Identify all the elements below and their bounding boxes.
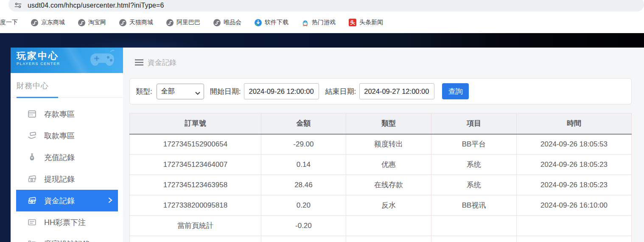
end-date-input[interactable] — [359, 83, 434, 99]
cell-time: 2024-09-26 18:05:23 — [517, 175, 632, 195]
deposit-icon — [28, 110, 36, 118]
sidebar-item-hh-lottery-bets[interactable]: HH彩票下注 — [16, 211, 118, 233]
page-title-row: 資金記錄 — [129, 56, 632, 69]
site-settings-icon[interactable] — [14, 1, 22, 9]
start-date-label: 開始日期: — [210, 87, 241, 96]
main-content: 資金記錄 類型: 全部 開始日期: 結束日期: 查詢 — [123, 48, 644, 242]
sidebar-menu: 存款專區 取款專區 — [11, 98, 123, 242]
bet-record-icon — [28, 239, 36, 242]
bookmark-hot-games[interactable]: 热门游戏 — [302, 19, 336, 26]
table-row: 1727338200095818 0.20 反水 BB视讯 2024-09-26… — [130, 195, 632, 216]
page-title: 資金記錄 — [148, 58, 176, 68]
bookmark-label: 度一下 — [0, 19, 18, 26]
cell-summary-label: 當前頁統計 — [130, 216, 261, 236]
type-select[interactable]: 全部 — [157, 84, 204, 99]
bookmark-label: 天猫商城 — [129, 19, 153, 26]
bookmark-label: 头条新闻 — [359, 19, 383, 26]
type-select-value: 全部 — [161, 87, 175, 96]
bookmark-baidu[interactable]: 度一下 — [0, 19, 18, 26]
filter-panel: 類型: 全部 開始日期: 結束日期: 查詢 — [129, 78, 632, 104]
download-icon — [255, 19, 262, 26]
cell-empty — [346, 236, 431, 242]
sidebar-item-cashout-records[interactable]: 提現記錄 — [16, 168, 118, 190]
sidebar-item-withdraw[interactable]: 取款專區 — [16, 125, 118, 146]
bookmark-software-download[interactable]: 软件下载 — [255, 19, 288, 26]
bookmark-label: 阿里巴巴 — [176, 19, 200, 26]
cell-empty — [346, 216, 431, 236]
sidebar-item-fund-records[interactable]: 資金記錄 — [16, 190, 118, 211]
bookmark-label: 淘宝网 — [88, 19, 106, 26]
table-row: 1727345123463958 28.46 在线存款 系统 2024-09-2… — [130, 175, 632, 195]
column-header-amount: 金額 — [261, 113, 346, 134]
bookmarks-bar: 度一下 京东商城 淘宝网 天猫商城 阿里巴巴 — [0, 12, 644, 33]
bookmark-label: 热门游戏 — [312, 19, 336, 26]
funds-record-icon — [28, 196, 36, 205]
column-header-type: 類型 — [346, 113, 431, 134]
section-divider — [11, 97, 123, 98]
bookmark-taobao[interactable]: 淘宝网 — [78, 19, 106, 26]
bookmark-vip[interactable]: 唯品会 — [213, 19, 241, 26]
cell-type: 优惠 — [346, 155, 431, 175]
query-button[interactable]: 查詢 — [442, 83, 469, 99]
cell-order-no: 1727345123463958 — [130, 175, 261, 195]
cell-empty — [517, 236, 632, 242]
chevron-down-icon — [195, 89, 200, 97]
finance-center-section-label: 財務中心 — [11, 73, 123, 91]
cell-summary-amount: -0.20 — [261, 216, 346, 236]
start-date-input[interactable] — [244, 83, 319, 99]
address-bar[interactable]: usdt04.com/hhcp/usercenter.html?iniType=… — [8, 0, 644, 11]
globe-icon — [31, 19, 38, 26]
sidebar-item-label: 提現記錄 — [44, 174, 75, 184]
table-header-row: 訂單號 金額 類型 項目 時間 — [130, 113, 632, 134]
gamepad-icon — [88, 49, 118, 70]
globe-icon — [166, 19, 174, 26]
cell-amount: 0.14 — [261, 155, 346, 175]
bookmark-jd[interactable]: 京东商城 — [31, 19, 65, 26]
cashout-record-icon — [28, 174, 36, 183]
cell-empty — [431, 216, 516, 236]
globe-icon — [119, 19, 126, 26]
sidebar-item-label: 存款專區 — [44, 109, 75, 119]
bookmark-tmall[interactable]: 天猫商城 — [119, 19, 153, 26]
globe-icon — [213, 19, 221, 26]
sidebar-item-label: 取款專區 — [44, 131, 75, 141]
svg-text:¥: ¥ — [31, 156, 33, 160]
bookmark-alibaba[interactable]: 阿里巴巴 — [166, 19, 200, 26]
menu-toggle-icon[interactable] — [135, 59, 143, 66]
bookmark-toutiao-news[interactable]: 头 头条新闻 — [349, 19, 383, 26]
sidebar: 玩家中心 PLAYERS CENTER 財務中心 — [11, 48, 123, 242]
content-wrapper: 玩家中心 PLAYERS CENTER 財務中心 — [11, 48, 644, 242]
page-background: 玩家中心 PLAYERS CENTER 財務中心 — [0, 33, 644, 242]
cell-empty — [130, 236, 261, 242]
table-row: 1727345152900654 -29.00 额度转出 BB平台 2024-0… — [130, 134, 632, 155]
cell-order-no: 1727345152900654 — [130, 134, 261, 155]
cell-amount: -29.00 — [261, 134, 346, 155]
type-filter-label: 類型: — [136, 87, 152, 96]
cell-type: 反水 — [346, 195, 431, 216]
column-header-order-no: 訂單號 — [130, 113, 261, 134]
sidebar-header: 玩家中心 PLAYERS CENTER — [11, 48, 123, 73]
bookmark-label: 唯品会 — [224, 19, 241, 26]
recharge-record-icon: ¥ — [28, 153, 36, 162]
url-text[interactable]: usdt04.com/hhcp/usercenter.html?iniType=… — [28, 2, 164, 9]
cell-order-no: 1727338200095818 — [130, 195, 261, 216]
toutiao-icon: 头 — [349, 19, 356, 26]
lottery-bet-icon — [28, 218, 36, 227]
sidebar-item-deposit[interactable]: 存款專區 — [16, 103, 118, 125]
table-row-clipped — [130, 236, 632, 242]
withdraw-icon — [28, 131, 36, 140]
globe-icon — [78, 19, 85, 26]
cell-project: BB视讯 — [431, 195, 516, 216]
cell-project: BB平台 — [431, 134, 516, 155]
sidebar-item-label: 資金記錄 — [44, 196, 75, 206]
sidebar-item-recharge-records[interactable]: ¥ 充值記錄 — [16, 146, 118, 168]
column-header-project: 項目 — [431, 113, 516, 134]
cell-time: 2024-09-26 18:05:53 — [517, 134, 632, 155]
cell-project: 系统 — [431, 155, 516, 175]
sidebar-item-label: HH彩票下注 — [44, 217, 86, 228]
fund-records-table: 訂單號 金額 類型 項目 時間 1727345152900654 -29.00 … — [129, 113, 632, 242]
end-date-label: 結束日期: — [325, 87, 356, 96]
sidebar-item-bet-records[interactable]: 魔宷投註記錄 — [16, 233, 118, 242]
cell-type: 额度转出 — [346, 134, 431, 155]
chevron-right-icon — [108, 196, 112, 205]
